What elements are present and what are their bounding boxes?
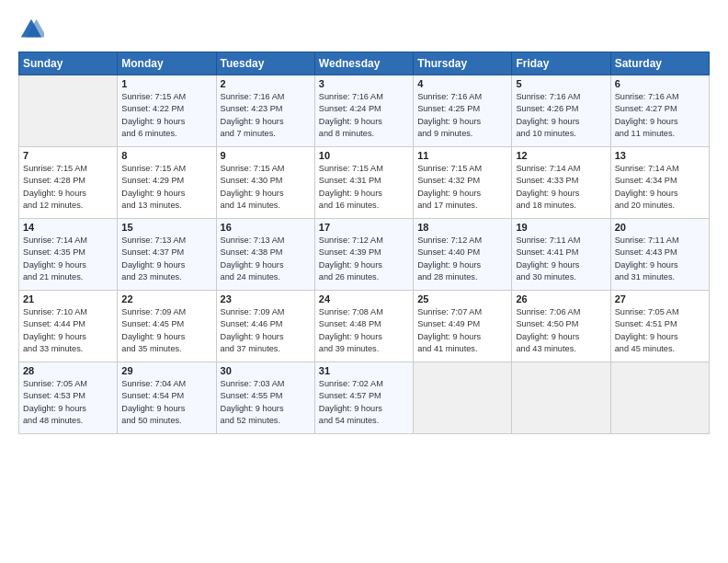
day-number: 1 (121, 78, 211, 89)
day-number: 11 (417, 150, 507, 161)
day-info: Sunrise: 7:13 AMSunset: 4:37 PMDaylight:… (121, 235, 211, 283)
calendar-cell: 13Sunrise: 7:14 AMSunset: 4:34 PMDayligh… (610, 147, 709, 219)
calendar-cell: 16Sunrise: 7:13 AMSunset: 4:38 PMDayligh… (216, 219, 314, 291)
calendar-cell: 22Sunrise: 7:09 AMSunset: 4:45 PMDayligh… (118, 291, 216, 362)
calendar-cell: 24Sunrise: 7:08 AMSunset: 4:48 PMDayligh… (314, 291, 413, 362)
day-info: Sunrise: 7:10 AMSunset: 4:44 PMDaylight:… (23, 306, 113, 355)
day-number: 13 (615, 150, 705, 161)
day-number: 25 (417, 293, 507, 304)
calendar-cell: 20Sunrise: 7:11 AMSunset: 4:43 PMDayligh… (610, 219, 709, 291)
calendar-cell: 5Sunrise: 7:16 AMSunset: 4:26 PMDaylight… (512, 75, 610, 147)
day-number: 9 (221, 150, 311, 161)
day-info: Sunrise: 7:15 AMSunset: 4:32 PMDaylight:… (417, 163, 507, 212)
calendar-cell: 4Sunrise: 7:16 AMSunset: 4:25 PMDaylight… (414, 75, 512, 147)
calendar-cell: 1Sunrise: 7:15 AMSunset: 4:22 PMDaylight… (118, 75, 216, 147)
day-info: Sunrise: 7:15 AMSunset: 4:29 PMDaylight:… (121, 163, 211, 212)
calendar-cell: 14Sunrise: 7:14 AMSunset: 4:35 PMDayligh… (19, 219, 118, 291)
calendar-cell: 11Sunrise: 7:15 AMSunset: 4:32 PMDayligh… (414, 147, 512, 219)
day-number: 15 (121, 222, 211, 233)
day-number: 24 (319, 293, 409, 304)
col-header-sunday: Sunday (19, 52, 118, 75)
calendar-cell: 3Sunrise: 7:16 AMSunset: 4:24 PMDaylight… (314, 75, 413, 147)
day-number: 12 (516, 150, 606, 161)
calendar-cell: 25Sunrise: 7:07 AMSunset: 4:49 PMDayligh… (414, 291, 512, 362)
logo-icon (18, 17, 44, 42)
calendar-cell: 27Sunrise: 7:05 AMSunset: 4:51 PMDayligh… (610, 291, 709, 362)
day-info: Sunrise: 7:12 AMSunset: 4:40 PMDaylight:… (417, 235, 507, 283)
calendar-cell: 10Sunrise: 7:15 AMSunset: 4:31 PMDayligh… (314, 147, 413, 219)
calendar-cell: 23Sunrise: 7:09 AMSunset: 4:46 PMDayligh… (216, 291, 314, 362)
day-info: Sunrise: 7:15 AMSunset: 4:31 PMDaylight:… (319, 163, 409, 212)
week-row-2: 7Sunrise: 7:15 AMSunset: 4:28 PMDaylight… (19, 147, 710, 219)
day-info: Sunrise: 7:15 AMSunset: 4:28 PMDaylight:… (23, 163, 113, 212)
day-number: 29 (121, 365, 211, 376)
day-number: 17 (319, 222, 409, 233)
day-number: 27 (615, 293, 705, 304)
calendar-cell: 18Sunrise: 7:12 AMSunset: 4:40 PMDayligh… (414, 219, 512, 291)
day-info: Sunrise: 7:13 AMSunset: 4:38 PMDaylight:… (221, 235, 311, 283)
week-row-4: 21Sunrise: 7:10 AMSunset: 4:44 PMDayligh… (19, 291, 710, 362)
day-number: 21 (23, 293, 113, 304)
day-info: Sunrise: 7:16 AMSunset: 4:24 PMDaylight:… (319, 91, 409, 140)
day-info: Sunrise: 7:08 AMSunset: 4:48 PMDaylight:… (319, 306, 409, 355)
col-header-thursday: Thursday (414, 52, 512, 75)
day-info: Sunrise: 7:14 AMSunset: 4:33 PMDaylight:… (516, 163, 606, 212)
day-number: 3 (319, 78, 409, 89)
calendar-cell (512, 362, 610, 434)
day-info: Sunrise: 7:16 AMSunset: 4:25 PMDaylight:… (417, 91, 507, 140)
day-number: 30 (221, 365, 311, 376)
day-number: 31 (319, 365, 409, 376)
col-header-tuesday: Tuesday (216, 52, 314, 75)
header (18, 17, 710, 42)
col-header-monday: Monday (118, 52, 216, 75)
calendar-cell: 19Sunrise: 7:11 AMSunset: 4:41 PMDayligh… (512, 219, 610, 291)
day-info: Sunrise: 7:11 AMSunset: 4:41 PMDaylight:… (516, 235, 606, 283)
calendar-table: SundayMondayTuesdayWednesdayThursdayFrid… (18, 52, 710, 434)
day-info: Sunrise: 7:05 AMSunset: 4:51 PMDaylight:… (615, 306, 705, 355)
day-number: 26 (516, 293, 606, 304)
day-info: Sunrise: 7:12 AMSunset: 4:39 PMDaylight:… (319, 235, 409, 283)
calendar-cell: 30Sunrise: 7:03 AMSunset: 4:55 PMDayligh… (216, 362, 314, 434)
day-number: 8 (121, 150, 211, 161)
day-number: 2 (221, 78, 311, 89)
day-info: Sunrise: 7:09 AMSunset: 4:46 PMDaylight:… (221, 306, 311, 355)
calendar-cell: 15Sunrise: 7:13 AMSunset: 4:37 PMDayligh… (118, 219, 216, 291)
calendar-cell (610, 362, 709, 434)
calendar-cell (414, 362, 512, 434)
day-info: Sunrise: 7:07 AMSunset: 4:49 PMDaylight:… (417, 306, 507, 355)
header-row: SundayMondayTuesdayWednesdayThursdayFrid… (19, 52, 710, 75)
logo (18, 17, 48, 42)
calendar-cell (19, 75, 118, 147)
calendar-cell: 28Sunrise: 7:05 AMSunset: 4:53 PMDayligh… (19, 362, 118, 434)
day-info: Sunrise: 7:11 AMSunset: 4:43 PMDaylight:… (615, 235, 705, 283)
calendar-cell: 21Sunrise: 7:10 AMSunset: 4:44 PMDayligh… (19, 291, 118, 362)
day-number: 7 (23, 150, 113, 161)
calendar-cell: 17Sunrise: 7:12 AMSunset: 4:39 PMDayligh… (314, 219, 413, 291)
week-row-5: 28Sunrise: 7:05 AMSunset: 4:53 PMDayligh… (19, 362, 710, 434)
calendar-cell: 9Sunrise: 7:15 AMSunset: 4:30 PMDaylight… (216, 147, 314, 219)
day-info: Sunrise: 7:16 AMSunset: 4:26 PMDaylight:… (516, 91, 606, 140)
calendar-cell: 2Sunrise: 7:16 AMSunset: 4:23 PMDaylight… (216, 75, 314, 147)
calendar-cell: 29Sunrise: 7:04 AMSunset: 4:54 PMDayligh… (118, 362, 216, 434)
calendar-cell: 8Sunrise: 7:15 AMSunset: 4:29 PMDaylight… (118, 147, 216, 219)
page: SundayMondayTuesdayWednesdayThursdayFrid… (0, 0, 728, 563)
day-info: Sunrise: 7:14 AMSunset: 4:34 PMDaylight:… (615, 163, 705, 212)
calendar-cell: 12Sunrise: 7:14 AMSunset: 4:33 PMDayligh… (512, 147, 610, 219)
day-info: Sunrise: 7:16 AMSunset: 4:23 PMDaylight:… (221, 91, 311, 140)
day-number: 23 (221, 293, 311, 304)
day-number: 4 (417, 78, 507, 89)
day-number: 14 (23, 222, 113, 233)
day-info: Sunrise: 7:15 AMSunset: 4:30 PMDaylight:… (221, 163, 311, 212)
calendar-cell: 6Sunrise: 7:16 AMSunset: 4:27 PMDaylight… (610, 75, 709, 147)
col-header-saturday: Saturday (610, 52, 709, 75)
day-info: Sunrise: 7:16 AMSunset: 4:27 PMDaylight:… (615, 91, 705, 140)
day-info: Sunrise: 7:03 AMSunset: 4:55 PMDaylight:… (221, 378, 311, 427)
day-info: Sunrise: 7:06 AMSunset: 4:50 PMDaylight:… (516, 306, 606, 355)
day-number: 10 (319, 150, 409, 161)
week-row-3: 14Sunrise: 7:14 AMSunset: 4:35 PMDayligh… (19, 219, 710, 291)
calendar-cell: 7Sunrise: 7:15 AMSunset: 4:28 PMDaylight… (19, 147, 118, 219)
day-number: 5 (516, 78, 606, 89)
col-header-wednesday: Wednesday (314, 52, 413, 75)
day-info: Sunrise: 7:09 AMSunset: 4:45 PMDaylight:… (121, 306, 211, 355)
day-number: 6 (615, 78, 705, 89)
